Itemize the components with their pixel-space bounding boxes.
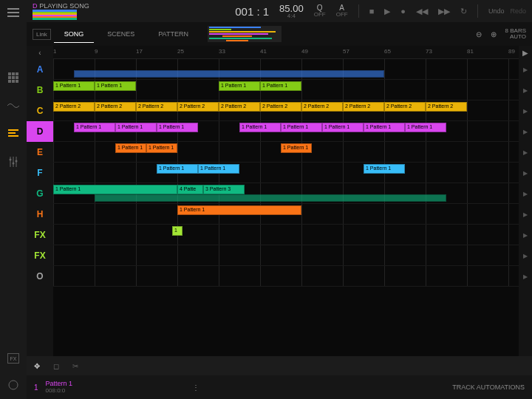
clip[interactable]: 1 Pattern 1: [115, 123, 157, 132]
track-play-icon[interactable]: ▶: [523, 266, 528, 287]
forward-button[interactable]: ▶▶: [438, 7, 450, 16]
track-label-FX[interactable]: FX: [27, 225, 53, 245]
track-play-icon[interactable]: ▶: [523, 163, 528, 183]
grid-icon[interactable]: [7, 71, 20, 84]
track-play-icon[interactable]: ▶: [523, 59, 528, 80]
tab-song[interactable]: SONG: [54, 26, 95, 43]
clip[interactable]: 1 Pattern 1: [198, 164, 239, 174]
cut-tool[interactable]: ✂: [72, 362, 78, 370]
tempo-display[interactable]: 85.00 4:4: [279, 4, 304, 19]
clip[interactable]: 1 Pattern 1: [115, 143, 146, 153]
track-row[interactable]: [53, 245, 519, 266]
track-play-icon[interactable]: ▶: [523, 183, 528, 204]
track-row[interactable]: 1 Pattern 11 Pattern 11 Pattern 11 Patte…: [53, 80, 519, 100]
clip[interactable]: 2 Pattern 2: [426, 102, 467, 112]
track-play-icon[interactable]: ▶: [523, 121, 528, 142]
track-row[interactable]: 1: [53, 225, 519, 245]
bars-info[interactable]: 8 BARS AUTO: [505, 28, 526, 40]
track-automations-button[interactable]: TRACK AUTOMATIONS: [452, 383, 525, 391]
track-label-H[interactable]: H: [27, 204, 53, 225]
menu-icon[interactable]: [7, 6, 20, 19]
clip[interactable]: 1 Pattern 1: [157, 123, 198, 132]
play-all-icon[interactable]: ▶: [522, 46, 528, 59]
redo-button[interactable]: Redo: [510, 7, 526, 15]
track-label-F[interactable]: F: [27, 163, 53, 183]
track-row[interactable]: [53, 266, 519, 287]
track-row[interactable]: 2 Pattern 22 Pattern 22 Pattern 22 Patte…: [53, 100, 519, 121]
clip[interactable]: 2 Pattern 2: [260, 102, 301, 112]
pointer-tool[interactable]: ✥: [34, 362, 40, 370]
clip[interactable]: 1: [172, 226, 183, 236]
song-overview[interactable]: [208, 26, 282, 42]
clip[interactable]: 1 Pattern 1: [281, 143, 312, 153]
clip[interactable]: 1 Pattern 1: [177, 205, 301, 215]
clip[interactable]: 1 Pattern 1: [260, 81, 301, 91]
clip[interactable]: [95, 194, 446, 202]
clip[interactable]: 1 Pattern 1: [219, 81, 260, 91]
clip[interactable]: [74, 70, 384, 78]
link-button[interactable]: Link: [33, 29, 51, 40]
tab-scenes[interactable]: SCENES: [97, 26, 145, 42]
track-row[interactable]: 1 Pattern 14 Patte3 Pattern 3: [53, 183, 519, 204]
clip[interactable]: 2 Pattern 2: [177, 102, 219, 112]
track-row[interactable]: 1 Pattern 11 Pattern 11 Pattern 11 Patte…: [53, 121, 519, 142]
clip[interactable]: 1 Pattern 1: [364, 164, 405, 174]
track-row[interactable]: 1 Pattern 1: [53, 204, 519, 225]
rewind-button[interactable]: ◀◀: [416, 7, 428, 16]
fx-icon[interactable]: FX: [7, 353, 19, 364]
autoquant-toggle[interactable]: A OFF: [336, 4, 348, 18]
track-label-D[interactable]: D: [27, 121, 53, 142]
zoom-out-icon[interactable]: ⊖: [476, 30, 482, 38]
mini-preview[interactable]: [33, 10, 77, 20]
track-label-C[interactable]: C: [27, 100, 53, 121]
track-row[interactable]: 1 Pattern 11 Pattern 11 Pattern 1: [53, 163, 519, 183]
mixer-icon[interactable]: [7, 155, 20, 168]
clip[interactable]: 1 Pattern 1: [53, 185, 177, 194]
track-label-E[interactable]: E: [27, 142, 53, 163]
tab-pattern[interactable]: PATTERN: [148, 26, 199, 42]
clip[interactable]: 2 Pattern 2: [219, 102, 260, 112]
arranger-icon[interactable]: [7, 127, 20, 140]
track-play-icon[interactable]: ▶: [523, 80, 528, 100]
back-button[interactable]: ‹: [27, 46, 53, 59]
track-play-icon[interactable]: ▶: [523, 225, 528, 245]
arrangement-grid[interactable]: 1917253341495765738189 1 Pattern 11 Patt…: [53, 46, 519, 356]
track-label-A[interactable]: A: [27, 59, 53, 80]
play-button[interactable]: ▶: [384, 7, 390, 16]
track-play-icon[interactable]: ▶: [523, 245, 528, 266]
loop-button[interactable]: ↻: [460, 7, 467, 16]
track-play-icon[interactable]: ▶: [523, 142, 528, 163]
clip[interactable]: 2 Pattern 2: [136, 102, 177, 112]
track-label-B[interactable]: B: [27, 80, 53, 100]
clip[interactable]: 1 Pattern 1: [281, 123, 322, 132]
clip[interactable]: 2 Pattern 2: [53, 102, 95, 112]
track-play-icon[interactable]: ▶: [523, 100, 528, 121]
time-ruler[interactable]: 1917253341495765738189: [53, 46, 519, 59]
wave-icon[interactable]: [7, 99, 20, 112]
clip[interactable]: 1 Pattern 1: [74, 123, 115, 132]
clip[interactable]: 1 Pattern 1: [157, 164, 198, 174]
undo-button[interactable]: Undo: [488, 7, 505, 15]
clip[interactable]: 3 Pattern 3: [203, 185, 245, 194]
track-label-G[interactable]: G: [27, 183, 53, 204]
more-icon[interactable]: ⋮: [192, 383, 200, 392]
record-button[interactable]: ●: [400, 7, 406, 16]
clip[interactable]: 1 Pattern 1: [364, 123, 405, 132]
track-row[interactable]: [53, 59, 519, 80]
track-play-icon[interactable]: ▶: [523, 204, 528, 225]
clip[interactable]: 1 Pattern 1: [95, 81, 136, 91]
stop-button[interactable]: ■: [369, 7, 375, 16]
clip[interactable]: 2 Pattern 2: [301, 102, 343, 112]
track-label-FX[interactable]: FX: [27, 245, 53, 266]
clip[interactable]: 2 Pattern 2: [343, 102, 384, 112]
clip[interactable]: 2 Pattern 2: [95, 102, 136, 112]
track-row[interactable]: 1 Pattern 11 Pattern 11 Pattern 1: [53, 142, 519, 163]
clip[interactable]: 1 Pattern 1: [322, 123, 364, 132]
clip[interactable]: 4 Patte: [177, 185, 203, 194]
track-label-O[interactable]: O: [27, 266, 53, 287]
clip[interactable]: 1 Pattern 1: [405, 123, 446, 132]
quantize-toggle[interactable]: Q OFF: [314, 4, 326, 18]
record-icon[interactable]: [7, 378, 20, 392]
clip[interactable]: 1 Pattern 1: [239, 123, 281, 132]
clip[interactable]: 1 Pattern 1: [53, 81, 95, 91]
